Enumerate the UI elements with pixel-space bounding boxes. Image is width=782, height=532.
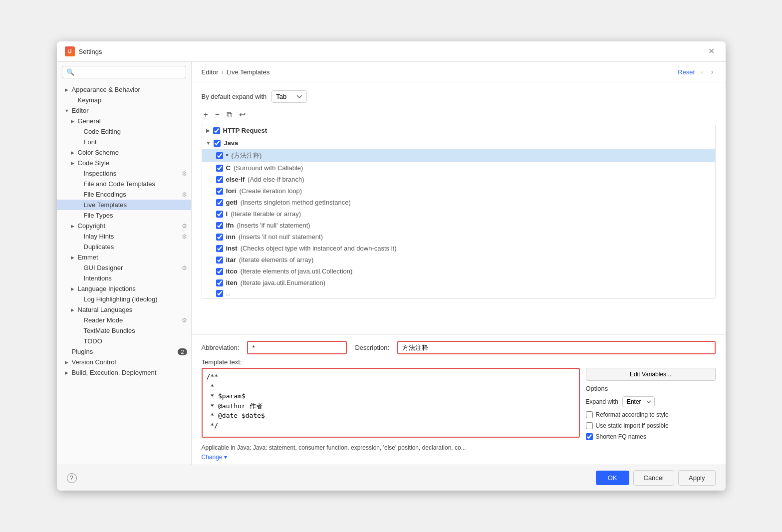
sidebar-item-emmet[interactable]: ▶ Emmet — [57, 252, 191, 263]
template-item-ifn[interactable]: ifn (Inserts 'if null' statement) — [202, 220, 715, 231]
title-bar: IJ Settings ✕ — [57, 41, 726, 62]
item-checkbox[interactable] — [216, 279, 223, 286]
sidebar-item-textmate-bundles[interactable]: TextMate Bundles — [57, 325, 191, 336]
search-box[interactable]: 🔍 — [62, 66, 186, 78]
template-desc: (Iterate Iterable or array) — [231, 210, 301, 218]
sidebar-item-file-code-templates[interactable]: File and Code Templates — [57, 179, 191, 189]
template-abbr: inn — [226, 233, 236, 241]
template-item-star[interactable]: * (方法注释) — [202, 149, 715, 162]
abbreviation-input[interactable] — [247, 341, 347, 354]
description-input[interactable] — [397, 341, 715, 354]
template-desc: (Add else-if branch) — [248, 176, 304, 183]
ok-button[interactable]: OK — [596, 471, 629, 485]
chevron-right-icon: ▶ — [71, 286, 76, 291]
chevron-down-icon: ▼ — [206, 140, 211, 146]
sidebar-item-color-scheme[interactable]: ▶ Color Scheme — [57, 147, 191, 158]
sidebar-item-label: Plugins — [72, 348, 93, 355]
sidebar-item-copyright[interactable]: ▶ Copyright ⚙ — [57, 221, 191, 231]
static-import-checkbox[interactable] — [586, 422, 593, 429]
template-group-java[interactable]: ▼ Java — [202, 137, 715, 149]
sidebar-item-label: General — [78, 117, 101, 125]
copy-button[interactable]: ⧉ — [225, 110, 234, 120]
add-button[interactable]: + — [202, 110, 210, 120]
http-group-checkbox[interactable] — [213, 127, 220, 134]
template-item-c[interactable]: C (Surround with Callable) — [202, 162, 715, 174]
item-checkbox[interactable] — [216, 245, 223, 252]
expand-with-select[interactable]: Enter Tab Space — [622, 396, 655, 407]
sidebar-item-label: Version Control — [72, 358, 116, 366]
sidebar-item-code-style[interactable]: ▶ Code Style — [57, 158, 191, 168]
template-abbr: C — [226, 164, 231, 172]
sidebar-item-reader-mode[interactable]: Reader Mode ⚙ — [57, 315, 191, 325]
edit-variables-button[interactable]: Edit Variables... — [586, 368, 716, 381]
template-item-itco[interactable]: itco (Iterate elements of java.util.Coll… — [202, 266, 715, 277]
item-checkbox[interactable] — [216, 268, 223, 275]
reset-button[interactable]: Reset — [678, 68, 695, 76]
sidebar-item-file-encodings[interactable]: File Encodings ⚙ — [57, 189, 191, 200]
close-button[interactable]: ✕ — [705, 46, 718, 56]
cancel-button[interactable]: Cancel — [633, 470, 674, 486]
sidebar-item-editor[interactable]: ▼ Editor — [57, 105, 191, 116]
title-bar-left: IJ Settings — [65, 46, 102, 56]
template-item-else-if[interactable]: else-if (Add else-if branch) — [202, 174, 715, 185]
template-item-itar[interactable]: itar (Iterate elements of array) — [202, 254, 715, 266]
sidebar-item-intentions[interactable]: Intentions — [57, 273, 191, 283]
template-desc: (Create iteration loop) — [239, 187, 302, 195]
forward-button[interactable]: › — [709, 67, 716, 77]
sidebar-item-label: Font — [84, 138, 97, 146]
template-item-fori[interactable]: fori (Create iteration loop) — [202, 185, 715, 197]
expand-dropdown[interactable]: Tab Enter Space — [271, 90, 307, 103]
template-textarea[interactable]: /** * * $param$ * @author 作者 * @date $da… — [202, 368, 580, 438]
search-input[interactable] — [76, 69, 182, 76]
item-checkbox[interactable] — [216, 234, 223, 241]
sidebar-item-label: Code Editing — [84, 128, 121, 135]
header-actions: Reset ‹ › — [678, 67, 715, 77]
chevron-right-icon: ▶ — [71, 255, 76, 260]
sidebar-item-natural-languages[interactable]: ▶ Natural Languages — [57, 304, 191, 315]
template-item-iten[interactable]: iten (Iterate java.util.Enumeration) — [202, 277, 715, 288]
sidebar-item-plugins[interactable]: Plugins 2 — [57, 346, 191, 357]
item-checkbox[interactable] — [216, 222, 223, 229]
item-checkbox[interactable] — [216, 188, 223, 195]
change-link[interactable]: Change ▾ — [202, 454, 227, 461]
sidebar-item-appearance[interactable]: ▶ Appearance & Behavior — [57, 84, 191, 95]
sidebar-item-language-injections[interactable]: ▶ Language Injections — [57, 283, 191, 294]
sidebar-item-duplicates[interactable]: Duplicates — [57, 242, 191, 252]
item-checkbox[interactable] — [216, 257, 223, 264]
sidebar-item-build-execution[interactable]: ▶ Build, Execution, Deployment — [57, 367, 191, 378]
back-button[interactable]: ‹ — [699, 67, 705, 77]
sidebar-item-keymap[interactable]: Keymap — [57, 95, 191, 105]
apply-button[interactable]: Apply — [678, 470, 716, 486]
java-group-checkbox[interactable] — [214, 140, 221, 147]
item-checkbox[interactable] — [216, 152, 223, 159]
sidebar-item-file-types[interactable]: File Types — [57, 210, 191, 221]
template-item-inn[interactable]: inn (Inserts 'if not null' statement) — [202, 231, 715, 243]
remove-button[interactable]: − — [213, 110, 222, 120]
sidebar-item-live-templates[interactable]: Live Templates — [57, 200, 191, 210]
item-checkbox[interactable] — [216, 176, 223, 183]
sidebar-item-font[interactable]: Font — [57, 137, 191, 147]
template-group-http[interactable]: ▶ HTTP Request — [202, 124, 715, 137]
sidebar-item-log-highlighting[interactable]: Log Highlighting (Ideolog) — [57, 294, 191, 304]
sidebar-item-version-control[interactable]: ▶ Version Control — [57, 357, 191, 367]
sidebar-item-inspections[interactable]: Inspections ⚙ — [57, 168, 191, 179]
sidebar-item-label: Build, Execution, Deployment — [72, 369, 157, 376]
sidebar-item-general[interactable]: ▶ General — [57, 116, 191, 126]
item-checkbox[interactable] — [216, 165, 223, 172]
help-button[interactable]: ? — [67, 473, 77, 483]
template-item-geti[interactable]: geti (Inserts singleton method getInstan… — [202, 197, 715, 208]
sidebar-item-code-editing[interactable]: Code Editing — [57, 126, 191, 137]
template-item-I[interactable]: I (Iterate Iterable or array) — [202, 208, 715, 220]
item-checkbox[interactable] — [216, 290, 223, 297]
template-item-inst[interactable]: inst (Checks object type with instanceof… — [202, 243, 715, 254]
item-checkbox[interactable] — [216, 199, 223, 206]
item-checkbox[interactable] — [216, 211, 223, 218]
reformat-checkbox[interactable] — [586, 411, 593, 418]
sidebar-item-todo[interactable]: TODO — [57, 336, 191, 346]
shorten-fq-checkbox[interactable] — [586, 433, 593, 440]
undo-button[interactable]: ↩ — [237, 110, 248, 120]
sidebar-item-inlay-hints[interactable]: Inlay Hints ⚙ — [57, 231, 191, 242]
template-item-partial[interactable]: ... — [202, 288, 715, 298]
sidebar-item-gui-designer[interactable]: GUI Designer ⚙ — [57, 263, 191, 273]
plugins-badge: 2 — [178, 348, 187, 355]
